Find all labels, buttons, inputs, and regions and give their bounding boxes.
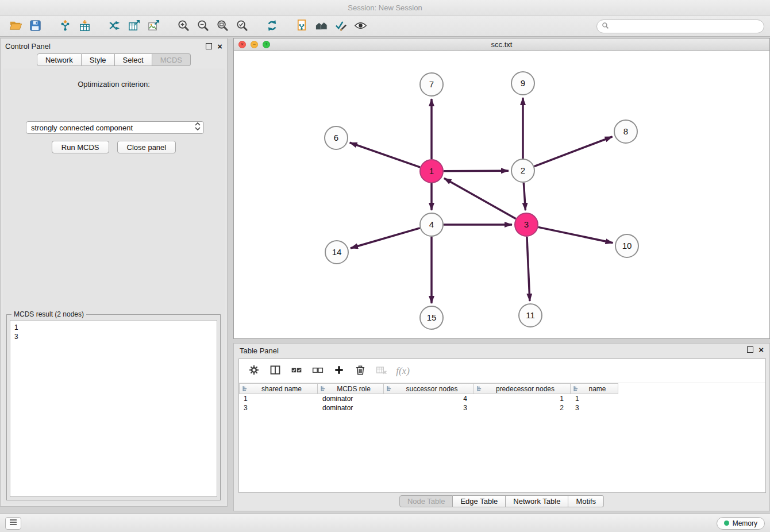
import-table-file-button[interactable] [75,18,94,35]
table-cell: 3 [571,403,618,413]
graph-edge-1-6[interactable] [350,142,421,167]
window-maximize-icon[interactable]: + [263,41,270,48]
column-header-predecessor-nodes[interactable]: predecessor nodes [474,383,571,394]
tab-select[interactable]: Select [115,53,152,66]
table-row[interactable]: 1dominator411 [239,394,765,403]
tab-motifs[interactable]: Motifs [568,495,604,507]
save-floppy-icon [29,19,42,34]
open-file-button[interactable] [6,18,25,35]
graph-node-14[interactable] [325,241,348,264]
export-image-button[interactable] [144,18,163,35]
run-mcds-button[interactable]: Run MCDS [52,141,109,153]
graph-node-9[interactable] [511,72,534,95]
search-box[interactable] [596,20,764,33]
eye-icon [354,19,367,34]
function-builder-button[interactable]: f(x) [394,363,412,380]
add-row-button[interactable] [330,363,348,380]
window-minimize-icon[interactable]: − [251,41,258,48]
home-view-button[interactable] [311,18,331,35]
network-window-titlebar[interactable]: × − + scc.txt [234,38,769,51]
apply-layout-button[interactable] [262,18,282,35]
graph-edge-2-3[interactable] [523,183,525,210]
main-toolbar [0,16,770,37]
column-header-mcds-role[interactable]: MCDS role [318,383,384,394]
table-row[interactable]: 3dominator323 [239,403,765,413]
columns-icon [270,364,281,377]
network-canvas[interactable]: 7968124314101511 [234,51,769,338]
import-network-file-button[interactable] [55,18,75,35]
column-header-successor-nodes[interactable]: successor nodes [384,383,474,394]
graph-node-6[interactable] [325,126,348,149]
float-panel-icon[interactable] [206,43,212,49]
graph-edge-4-14[interactable] [351,228,420,248]
network-arrows-icon [108,19,121,34]
graph-edge-3-1[interactable] [444,178,516,218]
zoom-selected-button[interactable] [232,18,252,35]
tab-network[interactable]: Network [37,53,82,66]
table-settings-button[interactable] [245,363,263,380]
show-columns-button[interactable] [266,363,284,380]
apply-style-button[interactable] [331,18,351,35]
new-network-button[interactable] [105,18,124,35]
show-hide-panel-button[interactable] [351,18,370,35]
graph-node-15[interactable] [420,306,443,329]
network-window-title: scc.txt [491,40,513,49]
attribute-icon [321,385,327,392]
status-menu-button[interactable] [5,517,21,530]
empty-boxes-icon [312,364,324,377]
deselect-all-button[interactable] [309,363,327,380]
graph-node-10[interactable] [615,234,638,257]
window-title: Session: New Session [348,3,422,12]
graph-edge-3-11[interactable] [527,237,530,301]
close-panel-icon[interactable]: × [217,43,222,49]
graph-node-2[interactable] [511,159,534,182]
graph-node-7[interactable] [420,73,443,96]
tab-style[interactable]: Style [82,53,115,66]
close-table-panel-icon[interactable]: × [759,346,764,353]
dropdown-value: strongly connected component [31,124,194,132]
table-cell: 2 [474,403,571,413]
zoom-in-button[interactable] [174,18,193,35]
graph-edge-2-8[interactable] [534,137,613,167]
graph-edge-3-10[interactable] [538,227,613,242]
tab-mcds[interactable]: MCDS [152,53,191,66]
close-panel-button[interactable]: Close panel [117,141,176,153]
network-graph[interactable]: 7968124314101511 [234,51,769,338]
graph-edge-1-2[interactable] [444,171,509,171]
export-table-button[interactable] [124,18,144,35]
float-table-panel-icon[interactable] [747,346,753,353]
copy-network-button[interactable] [292,18,311,35]
column-header-name[interactable]: name [571,383,618,394]
graph-node-4[interactable] [420,213,443,236]
table-cell: dominator [318,394,384,403]
tab-edge-table[interactable]: Edge Table [453,495,506,507]
zoom-out-button[interactable] [193,18,213,35]
checked-boxes-icon [291,364,302,377]
graph-node-8[interactable] [614,120,637,143]
memory-label: Memory [733,519,757,527]
tab-node-table[interactable]: Node Table [399,495,453,507]
search-icon [602,21,609,32]
image-export-icon [147,19,160,34]
delete-table-button[interactable] [372,363,391,380]
table-panel-header: Table Panel [234,344,769,357]
mcds-result-text[interactable]: 1 3 [10,320,217,497]
graph-node-3[interactable] [515,213,538,236]
delete-row-button[interactable] [351,363,369,380]
node-table-container: f(x) shared name MCDS role successor nod… [238,358,766,493]
table-cell: dominator [318,403,384,413]
tab-network-table[interactable]: Network Table [506,495,568,507]
graph-node-11[interactable] [519,304,542,327]
save-session-button[interactable] [25,18,45,35]
optimization-criterion-dropdown[interactable]: strongly connected component [26,121,204,134]
zoom-fit-button[interactable] [213,18,232,35]
import-table-icon [78,19,91,34]
optimization-criterion-label: Optimization criterion: [3,80,225,88]
search-input[interactable] [612,22,759,30]
graph-node-1[interactable] [420,160,443,183]
memory-button[interactable]: Memory [717,517,765,530]
select-all-button[interactable] [287,363,306,380]
zoom-fit-icon [216,19,229,34]
window-close-icon[interactable]: × [238,41,246,48]
column-header-shared-name[interactable]: shared name [239,383,318,394]
